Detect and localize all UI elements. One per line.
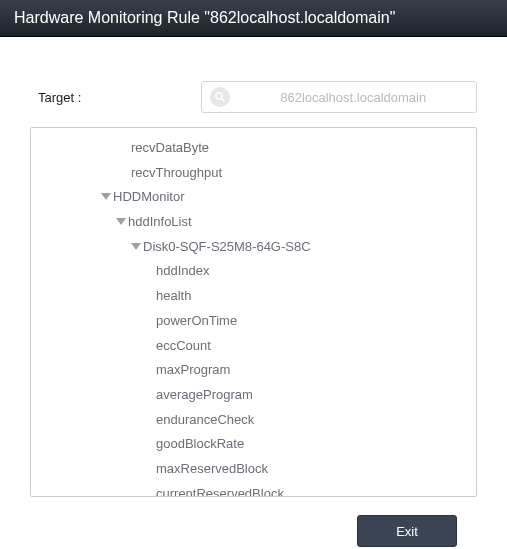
tree-leaf-label: recvDataByte: [131, 140, 209, 155]
tree-leaf-label: hddIndex: [156, 263, 210, 278]
tree-leaf[interactable]: hddIndex: [31, 259, 470, 284]
tree-leaf[interactable]: averageProgram: [31, 383, 470, 408]
tree-leaf-label: maxProgram: [156, 362, 230, 377]
dialog-title: Hardware Monitoring Rule "862localhost.l…: [14, 9, 395, 26]
search-icon: [210, 87, 230, 107]
tree-leaf[interactable]: recvThroughput: [31, 161, 470, 186]
tree-leaf-label: currentReservedBlock: [156, 486, 284, 497]
dialog-body: Target : recvDataByte recvThroughput HDD…: [0, 37, 507, 549]
target-row: Target :: [38, 81, 477, 113]
tree-leaf[interactable]: powerOnTime: [31, 309, 470, 334]
tree-leaf-label: recvThroughput: [131, 165, 222, 180]
tree-leaf[interactable]: eccCount: [31, 334, 470, 359]
tree-leaf-label: maxReservedBlock: [156, 461, 268, 476]
target-label: Target :: [38, 90, 81, 105]
tree-branch-disk0[interactable]: Disk0-SQF-S25M8-64G-S8C: [31, 235, 470, 260]
tree-branch-hddinfolist[interactable]: hddInfoList: [31, 210, 470, 235]
tree-container[interactable]: recvDataByte recvThroughput HDDMonitor h…: [30, 127, 477, 497]
target-input[interactable]: [238, 90, 468, 105]
tree-leaf[interactable]: currentReservedBlock: [31, 482, 470, 497]
tree-branch-label: HDDMonitor: [113, 189, 185, 204]
target-input-wrap[interactable]: [201, 81, 477, 113]
tree-leaf[interactable]: enduranceCheck: [31, 408, 470, 433]
tree-leaf-label: goodBlockRate: [156, 436, 244, 451]
tree-leaf-label: enduranceCheck: [156, 412, 254, 427]
tree-leaf[interactable]: health: [31, 284, 470, 309]
tree-leaf[interactable]: maxReservedBlock: [31, 457, 470, 482]
chevron-down-icon: [101, 193, 111, 200]
chevron-down-icon: [131, 243, 141, 250]
dialog-header: Hardware Monitoring Rule "862localhost.l…: [0, 0, 507, 37]
tree-branch-hddmonitor[interactable]: HDDMonitor: [31, 185, 470, 210]
tree-leaf-label: eccCount: [156, 338, 211, 353]
tree-branch-label: Disk0-SQF-S25M8-64G-S8C: [143, 239, 311, 254]
tree-branch-label: hddInfoList: [128, 214, 192, 229]
tree-leaf-label: averageProgram: [156, 387, 253, 402]
chevron-down-icon: [116, 218, 126, 225]
tree-leaf[interactable]: goodBlockRate: [31, 432, 470, 457]
dialog-footer: Exit: [20, 497, 487, 547]
svg-line-1: [222, 99, 225, 102]
tree-leaf-label: health: [156, 288, 191, 303]
tree-leaf-label: powerOnTime: [156, 313, 237, 328]
exit-button[interactable]: Exit: [357, 515, 457, 547]
tree: recvDataByte recvThroughput HDDMonitor h…: [31, 136, 470, 497]
tree-leaf[interactable]: recvDataByte: [31, 136, 470, 161]
tree-leaf[interactable]: maxProgram: [31, 358, 470, 383]
